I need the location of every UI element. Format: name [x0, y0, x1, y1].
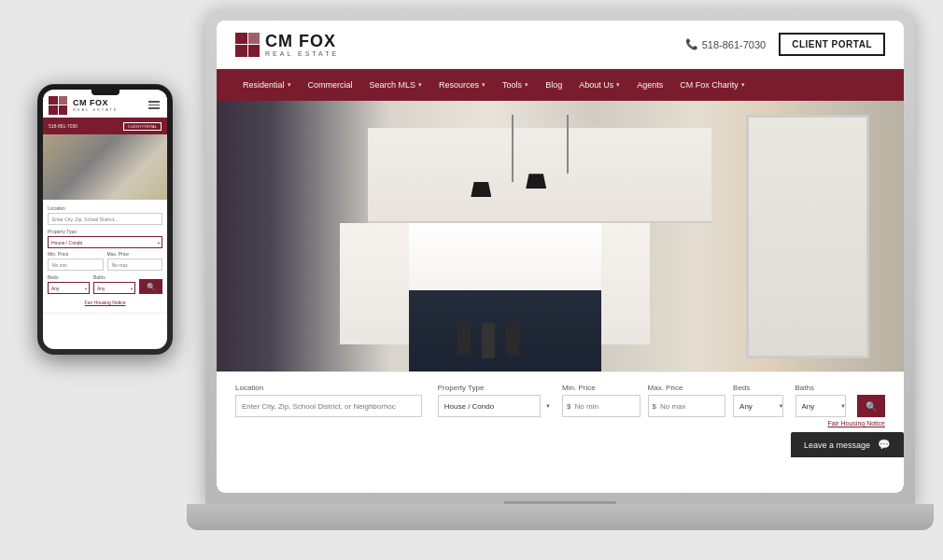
location-field-group: Location — [235, 384, 430, 417]
min-price-dollar-sign: $ — [563, 402, 574, 411]
property-type-select[interactable]: House / Condo — [438, 395, 541, 417]
site-header: CM FOX REAL ESTATE 📞 518-861-7030 CLIENT… — [217, 21, 904, 69]
hamburger-menu[interactable] — [147, 99, 162, 111]
max-price-dollar-sign: $ — [649, 402, 660, 411]
scene: CM FOX REAL ESTATE 518-861-7030 — [0, 0, 943, 560]
mobile-logo-area: CM FOX REAL ESTATE — [49, 96, 118, 115]
mobile-location-label: Location — [48, 205, 162, 211]
mobile-search-section: Location Property Type House / Condo — [43, 200, 167, 314]
mobile-fair-housing-link[interactable]: Fair Housing Notice — [48, 298, 162, 307]
stool-3 — [506, 323, 519, 356]
nav-item-charity[interactable]: CM Fox Charity ▾ — [672, 69, 753, 101]
mobile-beds-wrapper: Any — [48, 282, 90, 294]
mobile-beds-baths-row: Beds Any Baths — [48, 274, 162, 294]
min-price-field-group: Min. Price $ — [562, 384, 640, 417]
beds-select-wrapper: Any — [733, 395, 787, 417]
search-button[interactable]: 🔍 — [857, 395, 885, 417]
laptop-base — [187, 504, 934, 530]
nav-label-commercial: Commercial — [308, 80, 353, 90]
hamburger-line-2 — [148, 105, 160, 106]
mobile-price-row: Min. Price Max. Price — [48, 251, 162, 271]
nav-bar: Residential ▾ Commercial Search MLS ▾ Re… — [217, 69, 904, 101]
client-portal-button[interactable]: CLIENT PORTAL — [779, 33, 885, 56]
search-button-group: 🔍 — [857, 395, 885, 417]
mobile-min-price-group: Min. Price — [48, 251, 104, 271]
phone-text: 518-861-7030 — [702, 39, 767, 50]
min-price-input-wrapper: $ — [562, 395, 640, 417]
mobile-logo-main: CM FOX — [73, 98, 118, 107]
pendant-shade-1 — [471, 182, 491, 197]
message-chat-icon: 💬 — [878, 439, 891, 451]
nav-label-residential: Residential — [243, 80, 285, 90]
beds-field-group: Beds Any — [733, 384, 787, 417]
mobile-baths-select[interactable]: Any — [93, 282, 135, 294]
mobile-min-price-input[interactable] — [48, 259, 104, 271]
property-type-select-wrapper: House / Condo — [438, 395, 555, 417]
nav-item-about[interactable]: About Us ▾ — [571, 69, 627, 101]
property-type-label: Property Type — [438, 384, 555, 392]
beds-select[interactable]: Any — [733, 395, 783, 417]
max-price-label: Max. Price — [648, 384, 726, 392]
mobile-property-type-label: Property Type — [48, 229, 162, 234]
logo-sub-text: REAL ESTATE — [265, 50, 339, 57]
hamburger-line-1 — [148, 101, 160, 103]
mobile-beds-select[interactable]: Any — [48, 282, 90, 294]
phone-notch — [91, 90, 120, 95]
min-price-label: Min. Price — [562, 384, 640, 392]
chevron-down-icon-charity: ▾ — [741, 81, 745, 89]
location-input[interactable] — [235, 395, 422, 417]
nav-item-tools[interactable]: Tools ▾ — [495, 69, 536, 101]
mobile-hero-image — [43, 134, 167, 200]
logo-main-text: CM FOX — [265, 33, 339, 49]
logo-icon — [235, 33, 260, 57]
mobile-beds-label: Beds — [48, 274, 90, 280]
leave-message-button[interactable]: Leave a message 💬 — [791, 432, 904, 457]
max-price-input-wrapper: $ — [648, 395, 726, 417]
nav-label-tools: Tools — [502, 80, 522, 90]
phone-number-display: 📞 518-861-7030 — [685, 38, 767, 50]
baths-select[interactable]: Any — [795, 395, 846, 417]
pendant-wire-2 — [567, 115, 569, 175]
mobile-logo-icon — [49, 96, 67, 115]
pendant-wire-1 — [512, 115, 514, 183]
hallway-door — [746, 115, 869, 358]
mobile-phone: CM FOX REAL ESTATE 518-861-7030 — [37, 84, 173, 355]
mobile-property-type-wrapper: House / Condo — [48, 236, 162, 248]
nav-label-resources: Resources — [439, 80, 479, 90]
hero-image — [217, 101, 904, 371]
chevron-down-icon-residential: ▾ — [288, 81, 291, 89]
nav-item-residential[interactable]: Residential ▾ — [235, 69, 299, 101]
phone-icon: 📞 — [685, 38, 698, 50]
mobile-logo-sub: REAL ESTATE — [73, 107, 118, 112]
stool-2 — [482, 323, 495, 358]
fair-housing-link[interactable]: Fair Housing Notice — [828, 417, 885, 427]
mobile-prop-row: House / Condo — [48, 236, 162, 248]
header-right: 📞 518-861-7030 CLIENT PORTAL — [685, 33, 885, 56]
search-fields: Location Property Type House / Condo — [235, 384, 885, 417]
nav-label-search-mls: Search MLS — [370, 80, 416, 90]
nav-item-blog[interactable]: Blog — [538, 69, 570, 101]
mobile-nav-bar: 518-861-7030 CLIENT PORTAL — [43, 118, 167, 134]
nav-label-blog: Blog — [545, 80, 562, 90]
max-price-input[interactable] — [660, 402, 716, 411]
max-price-field-group: Max. Price $ — [648, 384, 726, 417]
mobile-max-price-input[interactable] — [107, 259, 163, 271]
nav-label-charity: CM Fox Charity — [680, 80, 739, 90]
laptop-body: CM FOX REAL ESTATE 📞 518-861-7030 CLIENT… — [205, 9, 915, 504]
mobile-location-input[interactable] — [48, 213, 162, 225]
nav-item-search-mls[interactable]: Search MLS ▾ — [362, 69, 430, 101]
nav-item-commercial[interactable]: Commercial — [301, 69, 360, 101]
mobile-max-price-group: Max. Price — [107, 251, 163, 271]
mobile-client-portal-btn[interactable]: CLIENT PORTAL — [123, 122, 162, 131]
nav-item-resources[interactable]: Resources ▾ — [431, 69, 493, 101]
min-price-input[interactable] — [575, 402, 631, 411]
mobile-search-button[interactable]: 🔍 — [139, 279, 162, 294]
chevron-down-icon-mls: ▾ — [418, 81, 422, 89]
mobile-property-type-select[interactable]: House / Condo — [48, 236, 162, 248]
nav-item-agents[interactable]: Agents — [629, 69, 670, 101]
mobile-baths-label: Baths — [93, 274, 135, 280]
mobile-kitchen-bg — [43, 134, 167, 200]
hamburger-line-3 — [148, 107, 160, 109]
chevron-down-icon-about: ▾ — [616, 81, 620, 89]
mobile-website: CM FOX REAL ESTATE 518-861-7030 — [43, 90, 167, 349]
